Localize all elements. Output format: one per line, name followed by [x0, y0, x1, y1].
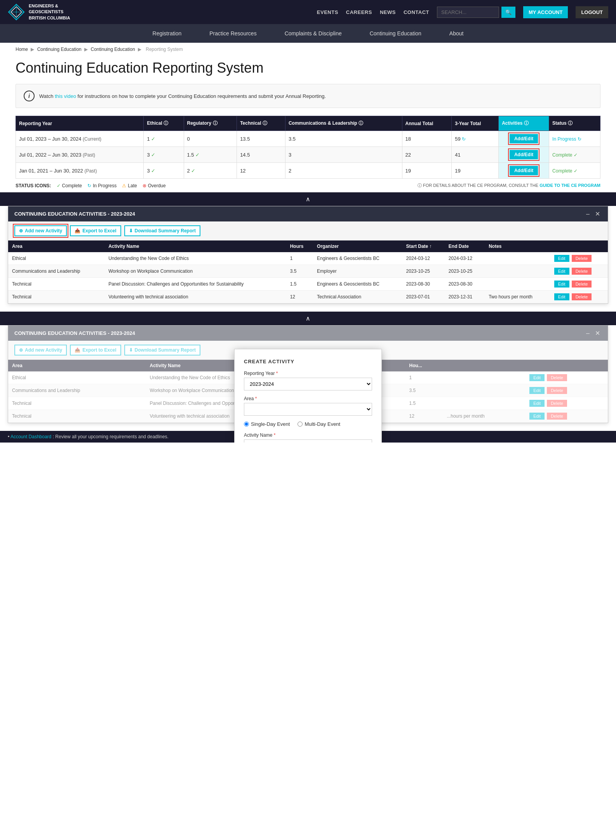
complete-icon: ✓: [57, 183, 61, 188]
area-select[interactable]: [244, 403, 372, 416]
panel-close-btn-1[interactable]: ✕: [593, 210, 602, 218]
sec-nav-ce[interactable]: Continuing Education: [356, 24, 435, 43]
delete-btn-2[interactable]: Delete: [572, 268, 592, 275]
single-day-radio-label[interactable]: Single-Day Event: [244, 421, 290, 427]
inprogress-label: In Progress: [93, 183, 117, 188]
chevron-up-icon-1: ∧: [306, 196, 310, 202]
section-divider-2: ∧: [0, 312, 616, 325]
delete-btn-2a1[interactable]: Delete: [547, 374, 567, 381]
nav-careers[interactable]: CAREERS: [346, 9, 372, 15]
export-excel-btn-1[interactable]: 📤 Export to Excel: [70, 225, 121, 236]
multi-day-radio[interactable]: [298, 422, 303, 427]
activities-panel-2: CONTINUING EDUCATION ACTIVITIES - 2023-2…: [8, 325, 608, 423]
act-th-hours: Hours: [286, 240, 313, 252]
add-edit-btn-3[interactable]: Add/Edit: [510, 166, 538, 175]
add-new-activity-btn-1[interactable]: ⊕ Add new Activity: [14, 225, 67, 236]
search-input[interactable]: [437, 7, 499, 18]
reporting-year-select[interactable]: 2023-2024: [244, 378, 372, 390]
delete-btn-2c3[interactable]: Delete: [547, 400, 567, 407]
act-name-1: Understanding the New Code of Ethics: [104, 252, 286, 265]
sec-nav-about[interactable]: About: [435, 24, 478, 43]
add-new-activity-btn-2[interactable]: ⊕ Add new Activity: [14, 345, 67, 356]
activity-name-input[interactable]: [244, 439, 372, 443]
edit-btn-2d4[interactable]: Edit: [529, 413, 545, 420]
multi-day-radio-label[interactable]: Multi-Day Event: [298, 421, 340, 427]
nav-contact[interactable]: CONTACT: [404, 9, 429, 15]
delete-btn-3[interactable]: Delete: [572, 281, 592, 288]
act-th-name: Activity Name: [104, 240, 286, 252]
chevron-up-icon-2: ∧: [306, 315, 310, 322]
act2-hours-1: 1: [405, 371, 443, 384]
td-technical-1: 13.5: [237, 131, 285, 147]
act2-th-organizer: [443, 360, 526, 371]
act2-actions-3: Edit Delete: [526, 397, 608, 410]
my-account-button[interactable]: MY ACCOUNT: [523, 6, 568, 18]
td-3year-1: 59 ↻: [452, 131, 499, 147]
area-group: Area *: [244, 396, 372, 416]
td-status-1: In Progress ↻: [549, 131, 600, 147]
add-edit-btn-2[interactable]: Add/Edit: [510, 150, 538, 159]
edit-btn-2c3[interactable]: Edit: [529, 400, 545, 407]
search-area: 🔍: [437, 7, 515, 18]
area-label: Area *: [244, 396, 372, 401]
edit-btn-3[interactable]: Edit: [554, 281, 569, 288]
td-ethical-1: 1 ✓: [144, 131, 184, 147]
act-th-actions: [550, 240, 608, 252]
panel-header-controls-2: – ✕: [585, 329, 602, 337]
edit-btn-1[interactable]: Edit: [554, 255, 569, 262]
act-area-4: Technical: [8, 291, 104, 303]
panel-minimize-btn-1[interactable]: –: [585, 210, 591, 218]
act-area-3: Technical: [8, 278, 104, 291]
breadcrumb-home[interactable]: Home: [16, 47, 28, 52]
td-regulatory-3: 2 ✓: [184, 163, 237, 179]
event-type-group: Single-Day Event Multi-Day Event: [244, 421, 372, 427]
download-report-btn-1[interactable]: ⬇ Download Summary Report: [124, 225, 200, 236]
td-activities-1: Add/Edit: [499, 131, 549, 147]
breadcrumb-ce2[interactable]: Continuing Education: [90, 47, 135, 52]
td-annual-1: 18: [402, 131, 452, 147]
bottom-bar-text: : Review all your upcoming requirements …: [53, 434, 169, 439]
act-actions-3: Edit Delete: [550, 278, 608, 291]
account-dashboard-link[interactable]: Account Dashboard: [10, 434, 51, 439]
edit-btn-2[interactable]: Edit: [554, 268, 569, 275]
guide-link[interactable]: GUIDE TO THE CE PROGRAM: [539, 183, 600, 188]
act-organizer-3: Engineers & Geoscientists BC: [313, 278, 402, 291]
delete-btn-2d4[interactable]: Delete: [547, 413, 567, 420]
create-activity-modal: CREATE ACTIVITY Reporting Year * 2023-20…: [234, 349, 382, 443]
act-area-2: Communications and Leadership: [8, 265, 104, 278]
act2-actions-4: Edit Delete: [526, 410, 608, 423]
table-row: Jul 01, 2022 – Jun 30, 2023 (Past) 3 ✓ 1…: [16, 147, 600, 163]
legend-right-text: ⓘ FOR DETAILS ABOUT THE CE PROGRAM, CONS…: [418, 183, 539, 188]
sec-nav-registration[interactable]: Registration: [139, 24, 196, 43]
delete-btn-4[interactable]: Delete: [572, 293, 592, 300]
info-video-link[interactable]: this video: [55, 93, 76, 99]
delete-btn-2b2[interactable]: Delete: [547, 387, 567, 394]
search-button[interactable]: 🔍: [501, 7, 515, 18]
edit-btn-4[interactable]: Edit: [554, 293, 569, 300]
activity-row: Technical Volunteering with technical as…: [8, 291, 608, 303]
sec-nav-complaints[interactable]: Complaints & Discipline: [271, 24, 356, 43]
nav-events[interactable]: EVENTS: [317, 9, 338, 15]
breadcrumb-ce1[interactable]: Continuing Education: [37, 47, 82, 52]
download-report-btn-2[interactable]: ⬇ Download Summary Report: [124, 345, 200, 356]
add-edit-btn-1[interactable]: Add/Edit: [510, 134, 538, 143]
td-ethical-2: 3 ✓: [144, 147, 184, 163]
sec-nav-practice[interactable]: Practice Resources: [195, 24, 270, 43]
late-icon: ⚠: [122, 183, 126, 188]
panel-close-btn-2[interactable]: ✕: [593, 329, 602, 337]
bottom-bullet: •: [8, 434, 9, 439]
required-marker-3: *: [274, 432, 276, 438]
nav-news[interactable]: NEWS: [380, 9, 396, 15]
panel-minimize-btn-2[interactable]: –: [585, 329, 591, 337]
act-notes-2: [485, 265, 550, 278]
export-excel-btn-2[interactable]: 📤 Export to Excel: [70, 345, 121, 356]
act-area-1: Ethical: [8, 252, 104, 265]
edit-btn-2a1[interactable]: Edit: [529, 374, 545, 381]
edit-btn-2b2[interactable]: Edit: [529, 387, 545, 394]
logout-button[interactable]: LOGOUT: [576, 6, 608, 18]
single-day-radio[interactable]: [244, 422, 249, 427]
delete-btn-1[interactable]: Delete: [572, 255, 592, 262]
td-technical-3: 12: [237, 163, 285, 179]
th-technical: Technical ⓘ: [237, 116, 285, 131]
act2-area-4: Technical: [8, 410, 146, 423]
